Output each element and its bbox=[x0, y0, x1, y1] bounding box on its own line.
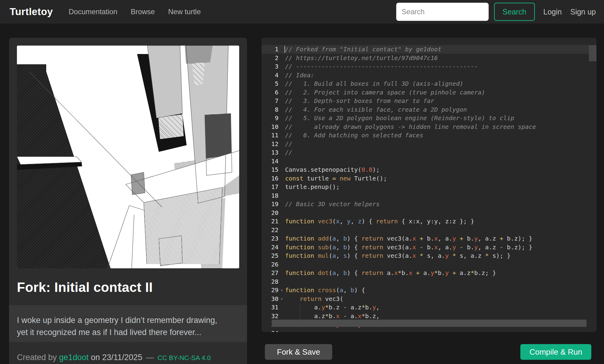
line-number: 30 bbox=[262, 295, 278, 303]
fold-gutter bbox=[278, 45, 285, 54]
code-line-30[interactable]: 30▾ return vec3( bbox=[262, 295, 596, 303]
code-text: turtle.penup(); bbox=[285, 183, 596, 191]
code-text: // Idea: bbox=[285, 71, 596, 80]
fork-save-button[interactable]: Fork & Save bbox=[265, 344, 332, 360]
code-line-15[interactable]: 15Canvas.setpenopacity(0.8); bbox=[262, 165, 596, 174]
code-line-18[interactable]: 18 bbox=[262, 191, 596, 200]
code-line-28[interactable]: 28 bbox=[262, 277, 596, 286]
code-text: // Forked from "Initial contact" by ge1d… bbox=[285, 45, 596, 54]
code-line-17[interactable]: 17turtle.penup(); bbox=[262, 183, 596, 191]
code-line-19[interactable]: 19// Basic 3D vector helpers bbox=[262, 200, 596, 209]
fold-gutter bbox=[278, 251, 285, 260]
code-line-3[interactable]: 3// ------------------------------------… bbox=[262, 62, 596, 71]
line-number: 7 bbox=[262, 97, 278, 105]
code-line-27[interactable]: 27function dot(a, b) { return a.x*b.x + … bbox=[262, 269, 596, 277]
fold-gutter bbox=[278, 165, 285, 174]
fold-gutter bbox=[278, 157, 285, 166]
fold-marker-icon[interactable]: ▾ bbox=[278, 286, 285, 295]
fold-marker-icon[interactable]: ▾ bbox=[278, 295, 285, 303]
fold-gutter bbox=[278, 123, 285, 131]
code-text bbox=[285, 277, 596, 286]
fold-gutter bbox=[278, 226, 285, 235]
code-line-16[interactable]: 16const turtle = new Turtle(); bbox=[262, 174, 596, 183]
code-line-32[interactable]: 32 a.z*b.x - a.x*b.z, bbox=[262, 312, 596, 321]
fold-gutter bbox=[278, 174, 285, 183]
code-text: function vec3(x, y, z) { return { x:x, y… bbox=[285, 217, 596, 226]
line-number: 29 bbox=[262, 286, 278, 295]
code-text: // 3. Depth-sort boxes from near to far bbox=[285, 97, 596, 105]
line-number: 9 bbox=[262, 114, 278, 123]
login-link[interactable]: Login bbox=[543, 8, 562, 16]
line-number: 8 bbox=[262, 105, 278, 114]
code-line-6[interactable]: 6// 2. Project into camera space (true p… bbox=[262, 88, 596, 97]
line-number: 5 bbox=[262, 79, 278, 88]
code-text: // -------------------------------------… bbox=[285, 62, 596, 71]
code-text: // bbox=[285, 148, 596, 157]
line-number: 1 bbox=[262, 45, 278, 54]
nav-documentation[interactable]: Documentation bbox=[69, 8, 117, 16]
code-text: // bbox=[285, 140, 596, 148]
code-line-4[interactable]: 4// Idea: bbox=[262, 71, 596, 80]
editor-section: 1// Forked from "Initial contact" by ge1… bbox=[262, 38, 596, 360]
nav-new-turtle[interactable]: New turtle bbox=[168, 8, 201, 16]
code-line-26[interactable]: 26 bbox=[262, 260, 596, 269]
code-text: return vec3( bbox=[285, 295, 596, 303]
code-text: function mul(a, s) { return vec3(a.x * s… bbox=[285, 251, 596, 260]
created-date: on 23/11/2025 bbox=[91, 353, 143, 362]
code-line-31[interactable]: 31 a.y*b.z - a.z*b.y, bbox=[262, 303, 596, 312]
code-line-29[interactable]: 29▾function cross(a, b) { bbox=[262, 286, 596, 295]
code-line-11[interactable]: 11// 6. Add hatching on selected faces bbox=[262, 131, 596, 140]
author-link[interactable]: ge1doot bbox=[59, 353, 89, 362]
search-button[interactable]: Search bbox=[494, 3, 535, 21]
line-number: 13 bbox=[262, 148, 278, 157]
line-number: 2 bbox=[262, 54, 278, 62]
description-line: I woke up inside a geometry I didn’t rem… bbox=[17, 314, 239, 326]
fold-gutter bbox=[278, 269, 285, 277]
code-text: a.y*b.z - a.z*b.y, bbox=[285, 303, 596, 312]
code-line-1[interactable]: 1// Forked from "Initial contact" by ge1… bbox=[262, 45, 596, 54]
code-line-9[interactable]: 9// 5. Use a 2D polygon boolean engine (… bbox=[262, 114, 596, 123]
line-number: 17 bbox=[262, 183, 278, 191]
signup-link[interactable]: Sign up bbox=[570, 8, 596, 16]
editor-horizontal-scrollbar[interactable] bbox=[272, 320, 586, 327]
fold-gutter bbox=[278, 277, 285, 286]
code-editor[interactable]: 1// Forked from "Initial contact" by ge1… bbox=[262, 38, 596, 332]
fold-gutter bbox=[278, 200, 285, 209]
preview-outline-overlay bbox=[17, 46, 239, 268]
code-line-8[interactable]: 8// 4. For each visible face, create a 2… bbox=[262, 105, 596, 114]
line-number: 12 bbox=[262, 140, 278, 148]
code-text bbox=[285, 209, 596, 217]
code-text: // Basic 3D vector helpers bbox=[285, 200, 596, 209]
fold-gutter bbox=[278, 131, 285, 140]
code-line-24[interactable]: 24function sub(a, b) { return vec3(a.x -… bbox=[262, 243, 596, 252]
nav-browse[interactable]: Browse bbox=[131, 8, 155, 16]
site-logo[interactable]: Turtletoy bbox=[10, 6, 53, 18]
code-text: function sub(a, b) { return vec3(a.x - b… bbox=[285, 243, 596, 252]
editor-vertical-scrollbar[interactable] bbox=[589, 45, 596, 61]
search-input[interactable] bbox=[396, 3, 489, 21]
code-line-34[interactable]: 34 bbox=[262, 329, 596, 332]
code-line-7[interactable]: 7// 3. Depth-sort boxes from near to far bbox=[262, 97, 596, 105]
code-line-5[interactable]: 5// 1. Build all boxes in full 3D (axis-… bbox=[262, 79, 596, 88]
code-line-25[interactable]: 25function mul(a, s) { return vec3(a.x *… bbox=[262, 251, 596, 260]
line-number: 19 bbox=[262, 200, 278, 209]
code-text: Canvas.setpenopacity(0.8); bbox=[285, 165, 596, 174]
license-link[interactable]: CC BY-NC-SA 4.0 bbox=[157, 354, 210, 362]
page: Turtletoy Documentation Browse New turtl… bbox=[0, 0, 604, 364]
code-text bbox=[285, 260, 596, 269]
code-line-22[interactable]: 22 bbox=[262, 226, 596, 235]
turtle-preview-image bbox=[17, 46, 239, 268]
code-line-20[interactable]: 20 bbox=[262, 209, 596, 217]
fold-gutter bbox=[278, 148, 285, 157]
code-text: function dot(a, b) { return a.x*b.x + a.… bbox=[285, 269, 596, 277]
code-text: // 2. Project into camera space (true pi… bbox=[285, 88, 596, 97]
code-line-21[interactable]: 21function vec3(x, y, z) { return { x:x,… bbox=[262, 217, 596, 226]
code-line-13[interactable]: 13// bbox=[262, 148, 596, 157]
code-line-2[interactable]: 2// https://turtletoy.net/turtle/97d9047… bbox=[262, 54, 596, 62]
code-line-12[interactable]: 12// bbox=[262, 140, 596, 148]
code-line-10[interactable]: 10// already drawn polygons -> hidden li… bbox=[262, 123, 596, 131]
compile-run-button[interactable]: Compile & Run bbox=[520, 344, 591, 360]
fold-gutter bbox=[278, 79, 285, 88]
code-line-23[interactable]: 23function add(a, b) { return vec3(a.x +… bbox=[262, 234, 596, 243]
code-line-14[interactable]: 14 bbox=[262, 157, 596, 166]
